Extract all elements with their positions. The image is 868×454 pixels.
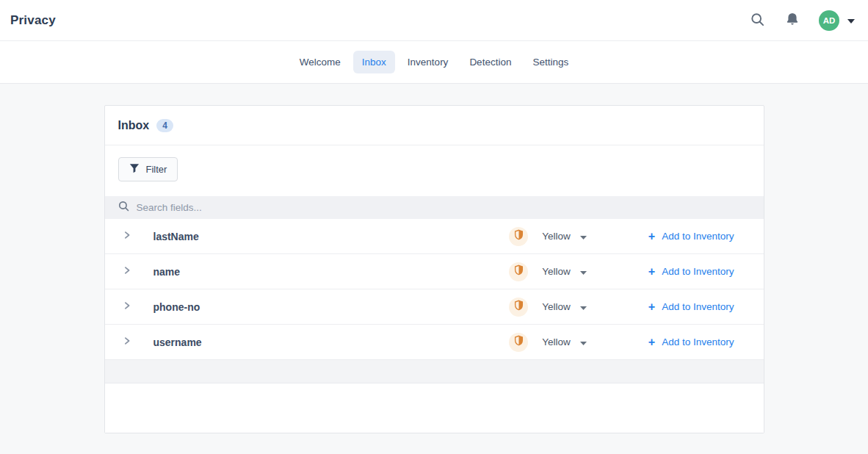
expand-row-button[interactable] [121,299,133,314]
tab-inventory[interactable]: Inventory [399,51,457,73]
risk-shield-badge [509,262,528,281]
risk-level-dropdown[interactable]: Yellow [542,266,587,277]
risk-shield-badge [509,227,528,246]
field-name: phone-no [153,301,200,313]
filter-bar: Filter [105,145,764,196]
caret-down-icon [580,231,587,242]
caret-down-icon [847,15,855,26]
page-body: Inbox 4 Filter [0,105,868,454]
row-actions: Yellow + Add to Inventory [509,262,734,281]
shield-icon [514,300,524,314]
notifications-button[interactable] [784,10,800,30]
tab-inbox[interactable]: Inbox [353,51,395,73]
add-to-inventory-button[interactable]: + Add to Inventory [648,336,734,348]
topbar-actions: AD [749,10,855,31]
row-actions: Yellow + Add to Inventory [509,333,734,352]
add-to-inventory-button[interactable]: + Add to Inventory [648,231,734,242]
expand-row-button[interactable] [121,264,133,279]
field-name: lastName [153,231,199,242]
main-nav: Welcome Inbox Inventory Detection Settin… [0,41,868,84]
field-row-name: name Yellow [105,254,764,289]
field-name: name [153,266,181,278]
field-search-input[interactable] [137,202,751,213]
add-to-inventory-button[interactable]: + Add to Inventory [648,301,734,313]
user-menu[interactable]: AD [819,10,855,31]
caret-down-icon [580,266,587,277]
risk-level-value: Yellow [542,266,571,277]
risk-shield-badge [509,298,528,317]
chevron-right-icon [123,300,131,313]
inbox-title: Inbox [118,119,150,132]
chevron-right-icon [123,230,131,242]
field-row-phone-no: phone-no Yellow [105,289,764,325]
caret-down-icon [580,301,587,312]
tab-settings[interactable]: Settings [524,51,577,73]
shield-icon [514,229,524,243]
inbox-header: Inbox 4 [105,106,764,145]
risk-level-dropdown[interactable]: Yellow [542,301,587,312]
risk-level-value: Yellow [542,336,571,347]
inbox-field-list: lastName Yellow [105,219,764,360]
add-to-inventory-button[interactable]: + Add to Inventory [648,266,734,278]
tab-label: Detection [469,57,511,68]
shield-icon [514,264,524,278]
field-name: username [153,336,202,348]
search-button[interactable] [749,11,766,30]
add-to-inventory-label: Add to Inventory [662,336,734,347]
filter-button-label: Filter [146,164,167,175]
plus-icon: + [648,266,655,278]
caret-down-icon [580,336,587,347]
plus-icon: + [648,301,655,313]
expand-row-button[interactable] [121,334,133,350]
avatar: AD [819,10,839,31]
plus-icon: + [648,336,655,348]
filter-funnel-icon [129,163,140,176]
tab-label: Settings [532,57,568,68]
chevron-right-icon [123,265,131,278]
nav-tabs: Welcome Inbox Inventory Detection Settin… [291,51,577,73]
risk-level-value: Yellow [542,231,571,242]
add-to-inventory-label: Add to Inventory [662,231,734,242]
tab-label: Welcome [300,57,341,68]
inbox-count-badge: 4 [156,119,173,132]
card-empty-area [105,383,764,433]
list-footer-strip [105,360,764,383]
row-actions: Yellow + Add to Inventory [509,298,734,317]
plus-icon: + [648,231,655,242]
risk-level-dropdown[interactable]: Yellow [542,336,587,347]
top-bar: Privacy AD [0,0,868,41]
search-icon [751,12,764,29]
field-search-icon [118,201,129,215]
shield-icon [514,335,524,349]
bell-icon [786,12,799,29]
inbox-card: Inbox 4 Filter [104,105,764,433]
risk-level-dropdown[interactable]: Yellow [542,231,587,242]
tab-detection[interactable]: Detection [460,51,520,73]
field-search-bar [105,196,764,219]
field-row-username: username Yellow [105,325,764,360]
tab-label: Inventory [408,57,449,68]
filter-button[interactable]: Filter [118,157,178,181]
add-to-inventory-label: Add to Inventory [662,266,734,277]
chevron-right-icon [123,336,131,348]
tab-label: Inbox [362,57,386,68]
add-to-inventory-label: Add to Inventory [662,301,734,312]
risk-level-value: Yellow [542,301,571,312]
field-row-lastname: lastName Yellow [105,219,764,254]
risk-shield-badge [509,333,528,352]
tab-welcome[interactable]: Welcome [291,51,350,73]
app-title: Privacy [10,13,56,28]
expand-row-button[interactable] [121,228,133,244]
row-actions: Yellow + Add to Inventory [509,227,734,246]
